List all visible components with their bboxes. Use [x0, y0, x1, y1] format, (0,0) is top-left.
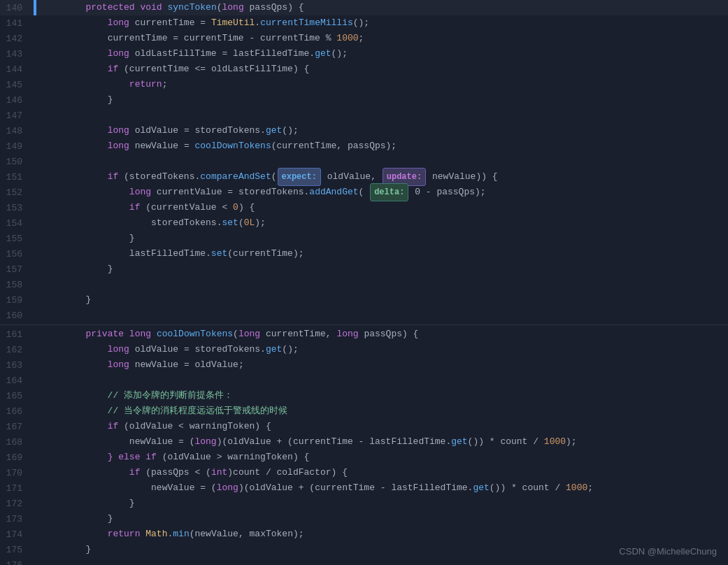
- token-plain: (: [227, 248, 233, 259]
- token-plain: [42, 17, 108, 28]
- token-plain: ,: [336, 141, 348, 151]
- line-number: 146: [0, 95, 34, 106]
- token-plain: (: [238, 217, 244, 228]
- token-plain: .: [255, 17, 260, 28]
- code-line: 153 if (currentValue < 0) {: [0, 200, 728, 215]
- line-number: 144: [0, 64, 34, 75]
- token-kw: return: [108, 529, 141, 539]
- token-plain: lastFilledTime: [391, 482, 467, 493]
- line-number: 151: [0, 172, 34, 183]
- token-plain: warningToken: [227, 452, 293, 462]
- code-line: 141 long currentTime = TimeUtil.currentT…: [0, 15, 728, 31]
- token-plain: ()) * count /: [490, 482, 566, 493]
- token-plain: currentTime: [233, 248, 293, 259]
- token-plain: maxToken: [250, 529, 293, 539]
- token-kw: long: [238, 329, 260, 339]
- line-number: 150: [0, 157, 34, 167]
- code-line: 167 if (oldValue < warningToken) {: [0, 419, 728, 434]
- code-line: 159 }: [0, 292, 728, 308]
- token-plain: storedTokens: [194, 125, 260, 136]
- line-content: long oldLastFillTime = lastFilledTime.ge…: [36, 46, 728, 62]
- token-kw: } else if: [108, 452, 157, 462]
- token-var: TimeUtil: [211, 17, 255, 28]
- line-content: }: [36, 292, 728, 308]
- code-line: 172 }: [0, 496, 728, 511]
- token-plain: [42, 2, 85, 13]
- token-plain: [42, 33, 108, 43]
- token-plain: -: [244, 33, 260, 43]
- line-number: 172: [0, 499, 34, 509]
- line-number: 153: [0, 203, 34, 213]
- token-plain: -: [353, 436, 369, 447]
- line-number: 152: [0, 187, 34, 198]
- token-plain: coldFactor: [277, 467, 331, 478]
- token-plain: currentTime: [266, 329, 326, 339]
- token-plain: }: [129, 498, 135, 508]
- token-plain: [42, 452, 108, 462]
- token-plain: .: [309, 48, 315, 59]
- line-number: 158: [0, 280, 34, 290]
- code-line: 163 long newValue = oldValue;: [0, 357, 728, 373]
- token-plain: currentTime: [129, 64, 190, 74]
- line-number: 162: [0, 345, 34, 355]
- token-plain: }: [108, 94, 113, 105]
- token-plain: [42, 421, 108, 431]
- token-plain: );: [255, 217, 266, 228]
- token-plain: oldValue,: [322, 171, 382, 182]
- token-plain: [42, 217, 151, 228]
- token-plain: [129, 344, 135, 355]
- line-number: 160: [0, 310, 34, 321]
- code-line: 168 newValue = (long)(oldValue + (curren…: [0, 434, 728, 450]
- token-plain: currentTime: [260, 33, 320, 43]
- line-number: 164: [0, 376, 34, 386]
- token-plain: }: [108, 513, 113, 524]
- token-plain: =: [178, 125, 194, 136]
- token-plain: (: [359, 187, 370, 197]
- token-plain: (: [118, 64, 129, 74]
- token-plain: currentTime: [135, 17, 195, 28]
- line-content: return Math.min(newValue, maxToken);: [36, 527, 728, 542]
- token-plain: passQps: [151, 467, 190, 478]
- token-plain: [42, 171, 108, 182]
- token-plain: );: [293, 529, 304, 539]
- token-plain: [42, 202, 129, 213]
- line-content: return;: [36, 77, 728, 92]
- line-number: 156: [0, 249, 34, 259]
- token-method: min: [173, 529, 189, 539]
- code-line: 173 }: [0, 511, 728, 527]
- token-kw: if: [108, 421, 119, 431]
- token-plain: newValue: [135, 141, 178, 151]
- token-plain: ()) * count /: [468, 436, 544, 447]
- code-line: 166 // 当令牌的消耗程度远远低于警戒线的时候: [0, 403, 728, 419]
- token-plain: oldValue: [129, 421, 173, 431]
- token-plain: =: [178, 141, 194, 151]
- token-plain: ();: [282, 125, 298, 136]
- token-plain: [42, 529, 108, 539]
- line-content: if (passQps < (int)count / coldFactor) {: [36, 465, 728, 480]
- token-plain: [124, 329, 129, 339]
- line-content: [36, 557, 728, 565]
- token-plain: storedTokens: [151, 217, 217, 228]
- token-plain: 0 -: [409, 187, 436, 197]
- code-line: 169 } else if (oldValue > warningToken) …: [0, 450, 728, 465]
- token-plain: <=: [190, 64, 211, 74]
- token-plain: oldValue: [135, 344, 178, 355]
- code-line: 157 }: [0, 262, 728, 277]
- line-number: 174: [0, 529, 34, 540]
- token-plain: [42, 513, 108, 524]
- delta-badge: delta:: [370, 183, 408, 201]
- token-plain: [42, 187, 129, 197]
- token-plain: );: [475, 187, 486, 197]
- line-content: }: [36, 262, 728, 277]
- token-plain: [129, 17, 135, 28]
- line-content: }: [36, 92, 728, 108]
- line-number: 168: [0, 437, 34, 448]
- code-line: 156 lastFilledTime.set(currentTime);: [0, 246, 728, 262]
- token-plain: passQps: [364, 329, 402, 339]
- token-plain: );: [293, 248, 304, 259]
- token-plain: [42, 344, 108, 355]
- token-kw: long: [222, 2, 244, 13]
- token-plain: oldLastFillTime: [135, 48, 217, 59]
- token-fn: syncToken: [167, 2, 216, 13]
- token-method: get: [266, 344, 282, 355]
